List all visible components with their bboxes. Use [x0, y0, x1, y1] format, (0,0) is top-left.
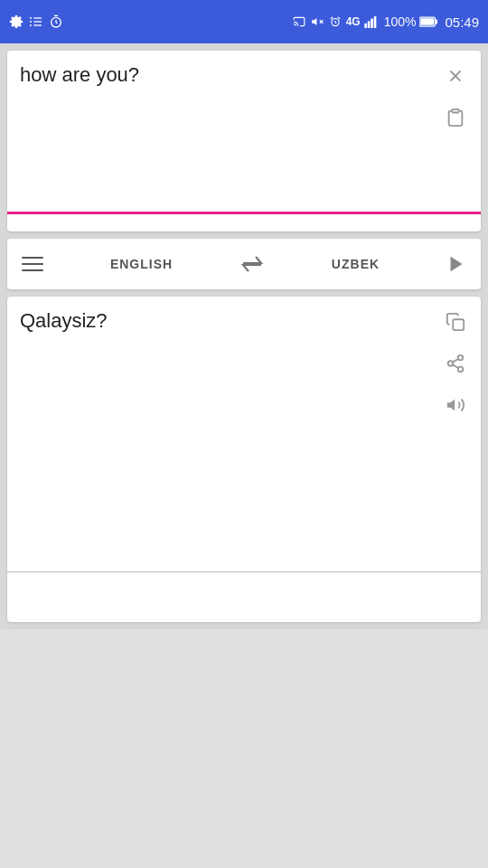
svg-marker-10	[312, 18, 316, 25]
settings-icon	[9, 14, 23, 29]
status-icons-left	[9, 14, 63, 29]
menu-line-3	[22, 269, 43, 271]
svg-point-5	[30, 21, 32, 23]
main-content: ENGLISH UZBEK Qalaysiz?	[0, 43, 488, 629]
input-underline	[7, 212, 481, 214]
svg-marker-35	[447, 400, 455, 411]
svg-rect-16	[364, 24, 367, 28]
copy-translation-button[interactable]	[439, 306, 472, 338]
status-bar: 4G 100% 05:49	[0, 0, 488, 43]
timer-icon	[49, 14, 63, 29]
source-language-button[interactable]: ENGLISH	[110, 257, 173, 271]
svg-point-30	[458, 355, 464, 361]
menu-button[interactable]	[22, 257, 43, 271]
svg-marker-28	[451, 257, 463, 272]
svg-point-32	[458, 367, 464, 373]
svg-line-14	[330, 17, 332, 19]
output-panel: Qalaysiz?	[7, 297, 481, 622]
output-underline	[7, 571, 481, 572]
menu-line-1	[22, 257, 43, 259]
language-toolbar: ENGLISH UZBEK	[7, 239, 481, 289]
paste-button[interactable]	[439, 101, 472, 134]
mute-icon	[310, 15, 324, 28]
menu-line-2	[22, 263, 43, 265]
battery-icon	[419, 15, 437, 28]
speak-button[interactable]	[439, 389, 472, 421]
svg-rect-17	[367, 21, 370, 28]
source-text-input[interactable]	[20, 63, 468, 208]
svg-line-33	[453, 364, 458, 368]
input-panel	[7, 51, 481, 231]
swap-languages-button[interactable]	[239, 254, 265, 274]
share-button[interactable]	[439, 347, 472, 380]
svg-rect-18	[371, 19, 373, 29]
svg-point-4	[30, 17, 32, 19]
target-language-button[interactable]: UZBEK	[332, 257, 380, 271]
status-time: 05:49	[445, 14, 479, 30]
alarm-icon	[328, 15, 343, 28]
svg-rect-29	[453, 319, 464, 330]
status-icons-right: 4G 100% 05:49	[292, 14, 479, 30]
battery-percentage: 100%	[384, 14, 417, 29]
svg-line-34	[453, 359, 458, 363]
list-icon	[29, 14, 43, 29]
svg-rect-25	[452, 109, 458, 113]
input-actions	[439, 60, 472, 134]
translated-text: Qalaysiz?	[20, 309, 468, 562]
svg-rect-22	[421, 18, 435, 25]
clear-button[interactable]	[439, 60, 472, 92]
play-button[interactable]	[446, 254, 466, 274]
output-actions	[439, 306, 472, 421]
svg-line-15	[338, 17, 340, 19]
signal-icon	[364, 15, 380, 28]
svg-rect-19	[373, 16, 376, 28]
svg-point-31	[448, 361, 454, 366]
svg-point-6	[30, 24, 32, 26]
svg-rect-21	[436, 20, 438, 24]
cast-icon	[292, 15, 306, 28]
network-label: 4G	[346, 15, 361, 28]
